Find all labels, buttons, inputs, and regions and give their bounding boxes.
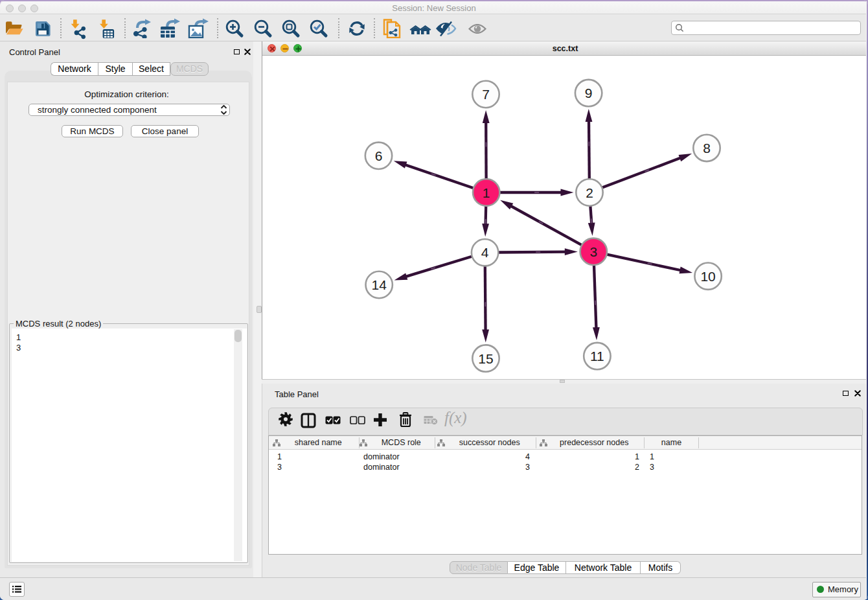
svg-text:8: 8: [703, 141, 711, 156]
svg-text:1: 1: [483, 185, 490, 200]
svg-text:2: 2: [586, 185, 593, 200]
svg-text:7: 7: [482, 87, 490, 102]
svg-text:10: 10: [700, 269, 715, 284]
svg-text:14: 14: [372, 277, 387, 292]
svg-text:4: 4: [481, 245, 489, 260]
svg-text:11: 11: [590, 349, 604, 363]
svg-text:3: 3: [589, 244, 597, 259]
svg-text:6: 6: [375, 148, 383, 163]
svg-text:15: 15: [478, 351, 493, 366]
svg-text:9: 9: [585, 86, 593, 100]
